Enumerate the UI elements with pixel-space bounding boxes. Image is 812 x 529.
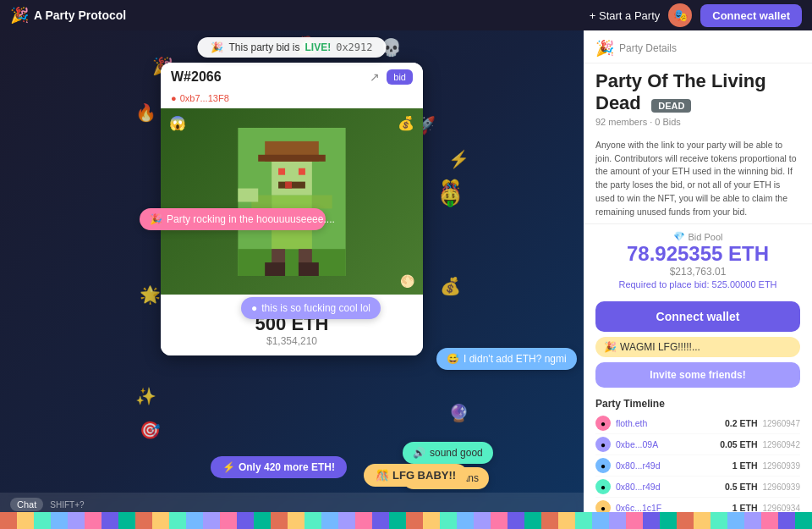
svg-rect-15 [265,262,285,276]
chat-label: Chat [10,498,43,511]
table-row: ●0xbe...09A0.05 ETH12960942 [595,434,800,455]
chat-bubble-2-emoji: ● [251,302,257,314]
chat-bubble-4: 🔊 sound good [403,442,493,464]
svg-rect-7 [299,168,305,174]
tl-block: 12960939 [763,461,801,471]
bottom-strip [0,512,812,529]
nft-token-id: W#2066 [171,69,222,85]
chat-bubble-1-emoji: 🎉 [150,213,162,225]
tl-block: 12960947 [763,419,801,428]
floating-emoji: 🔥 [135,102,156,123]
lfg-emoji: 🎊 [376,469,389,482]
floating-emoji: 🎯 [140,420,161,440]
connect-wallet-nav-button[interactable]: Connect wallet [700,4,802,27]
bid-pool-amount: 78.925355 ETH [595,242,800,266]
avatar: 🎭 [668,3,692,27]
party-title-section: Party Of The Living Dead DEAD 92 members… [584,63,812,134]
required-bid: Required to place bid: 525.00000 ETH [595,279,800,289]
lightning-icon: ⚡ [222,461,235,473]
tl-address: 0x80...r49d [616,460,727,471]
bid-pool-label: 💎 Bid Pool [595,231,800,242]
party-details-label: Party Details [619,42,677,54]
chat-bubble-1-text: Party rocking in the hoouuuuseeee.... [167,213,335,225]
start-party-button[interactable]: + Start a Party [590,9,660,22]
chat-bubble-3: 😅 I didn't add ETH? ngmi [436,348,577,370]
svg-rect-6 [278,168,285,174]
live-label: LIVE! [305,41,332,53]
external-link-icon[interactable]: ↗ [370,70,380,84]
party-title: Party Of The Living Dead DEAD [595,70,800,115]
table-row: ●0x80...r49d1 ETH12960939 [595,455,800,477]
tl-amount: 1 ETH [732,460,758,471]
svg-rect-1 [238,249,345,276]
tl-amount: 0.5 ETH [725,482,758,492]
chat-shortcut: SHIFT+? [50,500,84,510]
logo-emoji: 🎉 [10,6,29,25]
floating-emoji: 🔮 [448,403,469,423]
table-row: ●0x80...r49d0.5 ETH12960939 [595,477,800,498]
live-banner-text: This party bid is [228,41,299,53]
chat-bubble-3-emoji: 😅 [447,353,459,365]
dead-badge: DEAD [651,99,691,113]
tl-block: 12960939 [763,482,801,492]
tl-amount: 0.05 ETH [720,439,757,449]
floating-emoji: ✨ [135,386,156,406]
bid-pool-section: 💎 Bid Pool 78.925355 ETH $213,763.01 Req… [584,224,812,296]
tl-address: 0xbe...09A [616,439,715,449]
party-area: 🧟💀🎉💎🔥🚀⚡💫🎊🤑💰🌟✨🔮🎯🦄🎪🎭💥🌈 🎉 This party bid is… [0,30,584,529]
lfg-bubble: 🎊 LFG BABY!! [364,464,468,487]
tl-address: floth.eth [616,418,720,428]
connect-wallet-main-button[interactable]: Connect wallet [595,301,800,332]
chat-bubble-2: ● this is so fucking cool lol [241,297,381,319]
party-details-header: 🎉 Party Details [584,30,812,63]
chat-bubble-1: 🎉 Party rocking in the hoouuuuseeee.... [140,208,326,230]
avatar: ● [595,437,611,452]
bid-pool-usd: $213,763.01 [595,266,800,278]
tl-address: 0x80...r49d [616,482,720,492]
floating-emoji: 🤑 [440,187,461,207]
chat-row: Chat SHIFT+? [10,498,573,511]
top-nav: 🎉 A Party Protocol + Start a Party 🎭 Con… [0,0,812,30]
live-banner: 🎉 This party bid is LIVE! 0x2912 [197,37,386,58]
party-icon: 🎉 [595,39,614,58]
chat-bubble-4-text: sound good [430,447,483,459]
more-eth-button[interactable]: ⚡ Only 420 more ETH! [211,456,347,478]
bid-pool-label-text: Bid Pool [689,232,723,242]
svg-rect-16 [299,262,319,276]
chat-bubble-4-emoji: 🔊 [413,447,425,459]
right-panel: 🎉 Party Details Party Of The Living Dead… [584,30,812,529]
main-area: 🧟💀🎉💎🔥🚀⚡💫🎊🤑💰🌟✨🔮🎯🦄🎪🎭💥🌈 🎉 This party bid is… [0,30,812,529]
nav-right: + Start a Party 🎭 Connect wallet [590,3,802,27]
party-members: 92 members · 0 Bids [595,117,800,127]
more-eth-text: Only 420 more ETH! [239,461,335,473]
bid-button[interactable]: bid [387,69,413,85]
wagmi-badge: 🎉 WAGMI LFG!!!!!... [595,337,800,357]
timeline-header: Party Timeline [584,393,812,413]
table-row: ●floth.eth0.2 ETH12960947 [595,413,800,434]
tl-block: 12960942 [763,440,801,449]
avatar: ● [595,479,611,494]
avatar: ● [595,416,611,431]
nft-address: ● 0xb7...13F8 [161,91,423,108]
party-description: Anyone with the link to your party will … [584,134,812,225]
nav-logo: 🎉 A Party Protocol [10,6,126,25]
live-banner-emoji: 🎉 [211,41,223,53]
avatar: ● [595,458,611,473]
chat-bubble-3-text: I didn't add ETH? ngmi [464,353,567,365]
svg-rect-5 [258,154,326,161]
svg-rect-9 [285,181,292,188]
wagmi-text: WAGMI LFG!!!!!... [620,341,700,353]
live-address: 0x2912 [336,41,372,53]
svg-rect-11 [312,195,332,208]
floating-emoji: 🌟 [140,284,161,305]
logo-text: A Party Protocol [34,8,126,22]
nft-card-actions: ↗ bid [370,69,413,85]
tl-amount: 0.2 ETH [725,418,758,428]
bid-pool-icon: 💎 [673,231,685,242]
wagmi-emoji: 🎉 [604,341,617,353]
nft-card-header: W#2066 ↗ bid [161,63,423,91]
nft-image: 😱 💰 🌕 [161,108,423,295]
floating-emoji: ⚡ [448,149,469,169]
reserve-usd: $1,354,210 [171,335,413,347]
invite-button[interactable]: Invite some friends! [595,362,800,388]
